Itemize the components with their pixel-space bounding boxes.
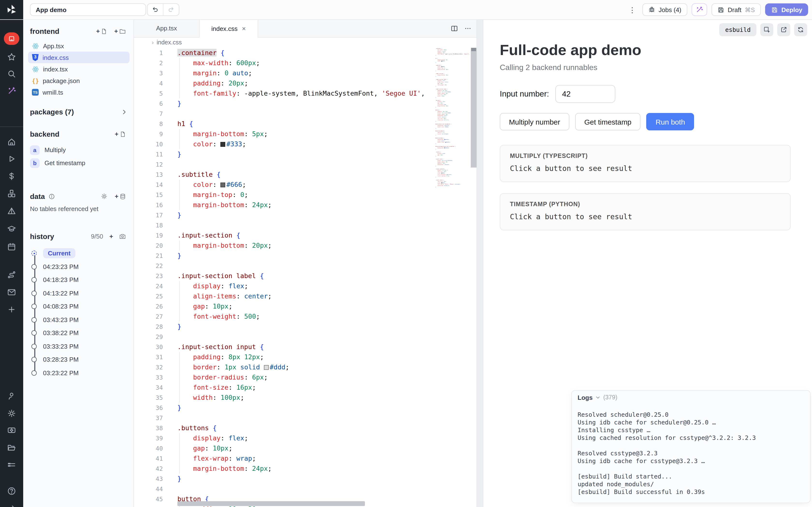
- file-item-index-css[interactable]: 3index.css: [28, 52, 130, 63]
- list-icon: [7, 460, 16, 469]
- variables-rail-item[interactable]: [7, 172, 16, 181]
- search-rail-item[interactable]: [7, 69, 16, 78]
- horizontal-scrollbar-thumb[interactable]: [177, 501, 365, 506]
- file-item-wmill-ts[interactable]: TSwmill.ts: [28, 87, 130, 98]
- more-menu-icon[interactable]: ⋮: [627, 6, 638, 13]
- dollar-icon: [7, 172, 16, 181]
- new-file-button[interactable]: +: [95, 26, 109, 36]
- tab-index-css[interactable]: index.css ×: [200, 19, 258, 38]
- result-card-value: Click a button to see result: [510, 164, 780, 173]
- editor-breadcrumb[interactable]: › index.css: [134, 37, 476, 48]
- collapse-rail-item[interactable]: [7, 503, 16, 507]
- runs-rail-item[interactable]: [7, 154, 16, 163]
- draft-button[interactable]: Draft ⌘S: [711, 3, 761, 16]
- add-table-button[interactable]: +: [113, 192, 128, 201]
- folders-rail-item[interactable]: [7, 443, 16, 452]
- inspect-button[interactable]: [760, 23, 773, 36]
- routes-rail-item[interactable]: [7, 270, 16, 279]
- pane-resize-divider[interactable]: [476, 19, 483, 507]
- home-icon: [7, 137, 16, 147]
- data-settings-button[interactable]: [99, 192, 109, 201]
- history-entry[interactable]: 03:28:23 PM: [30, 353, 128, 366]
- vertical-scrollbar-thumb[interactable]: [471, 48, 476, 168]
- runnable-get-timestamp[interactable]: bGet timestamp: [30, 157, 128, 169]
- history-entry[interactable]: 03:33:23 PM: [30, 340, 128, 353]
- home-rail-item[interactable]: [7, 137, 16, 147]
- file-name: wmill.ts: [43, 89, 63, 96]
- top-bar: ⋮ Jobs (4) Draft ⌘S: [0, 0, 812, 20]
- number-input[interactable]: [555, 85, 615, 103]
- split-editor-icon[interactable]: [451, 24, 458, 32]
- runnable-badge: a: [30, 145, 40, 155]
- apps-rail-item[interactable]: [4, 32, 19, 45]
- chevron-down-icon: [595, 394, 601, 400]
- calendar-icon: [7, 242, 16, 251]
- history-add-button[interactable]: +: [108, 232, 114, 241]
- gear-icon: [101, 193, 108, 200]
- multiply-number-button[interactable]: Multiply number: [500, 113, 569, 130]
- preview-subtitle: Calling 2 backend runnables: [500, 63, 791, 72]
- new-folder-button[interactable]: +: [113, 26, 128, 36]
- file-item-App-tsx[interactable]: App.tsx: [28, 40, 130, 52]
- frontend-section-header: frontend + +: [30, 26, 128, 36]
- close-tab-icon[interactable]: ×: [242, 25, 246, 32]
- history-current[interactable]: Current: [30, 247, 128, 260]
- file-item-package-json[interactable]: {}package.json: [28, 75, 130, 87]
- redo-button[interactable]: [163, 4, 179, 15]
- mail-rail-item[interactable]: [7, 288, 16, 297]
- workers-rail-item[interactable]: [7, 426, 16, 435]
- history-entry[interactable]: 03:43:23 PM: [30, 313, 128, 326]
- jobs-button[interactable]: Jobs (4): [642, 3, 687, 16]
- result-card-title: MULTIPLY (TYPESCRIPT): [510, 153, 780, 159]
- gear-icon: [7, 409, 16, 418]
- logs-rail-item[interactable]: [7, 460, 16, 469]
- file-item-index-tsx[interactable]: index.tsx: [28, 63, 130, 75]
- preview-toolbar: esbuild: [719, 23, 807, 36]
- user-rail-item[interactable]: [7, 391, 16, 400]
- history-entry[interactable]: 03:38:22 PM: [30, 326, 128, 340]
- help-rail-item[interactable]: [7, 487, 16, 496]
- history-entry[interactable]: 03:23:22 PM: [30, 366, 128, 380]
- refresh-button[interactable]: [794, 23, 807, 36]
- arrow-right-icon: [7, 503, 16, 507]
- editor-tabbar-actions: [451, 19, 472, 37]
- history-entry[interactable]: 04:18:23 PM: [30, 273, 128, 287]
- resources-rail-item[interactable]: [7, 189, 16, 198]
- settings-rail-item[interactable]: [7, 409, 16, 418]
- logs-content[interactable]: Using cached resolution for scheduler@^0…: [572, 399, 810, 501]
- learn-rail-item[interactable]: [7, 224, 16, 233]
- tab-app-tsx[interactable]: App.tsx: [134, 19, 200, 37]
- history-entry[interactable]: 04:13:22 PM: [30, 287, 128, 300]
- deploy-button[interactable]: Deploy: [765, 3, 808, 16]
- refresh-icon: [797, 26, 804, 33]
- logs-header[interactable]: Logs (379): [572, 391, 810, 403]
- ai-rail-item[interactable]: [7, 86, 16, 95]
- run-both-button[interactable]: Run both: [647, 113, 694, 130]
- file-name: App.tsx: [43, 42, 64, 50]
- log-line: updated node_modules/: [577, 481, 804, 488]
- packages-row[interactable]: packages (7): [30, 108, 128, 116]
- favorites-rail-item[interactable]: [7, 52, 16, 62]
- get-timestamp-button[interactable]: Get timestamp: [575, 113, 641, 130]
- runnable-multiply[interactable]: aMultiply: [30, 144, 128, 157]
- minimap[interactable]: .container { max-width: 600px; margin: 0…: [436, 48, 471, 507]
- backend-new-file-button[interactable]: +: [113, 129, 128, 138]
- code-area[interactable]: 1234567891011121314151617181920212223242…: [134, 48, 476, 507]
- windmill-logo[interactable]: [0, 0, 23, 19]
- triggers-rail-item[interactable]: [7, 207, 16, 216]
- open-external-button[interactable]: [777, 23, 790, 36]
- app-title-input[interactable]: [30, 3, 146, 16]
- ai-wand-button[interactable]: [692, 3, 707, 16]
- add-trigger-rail-item[interactable]: [7, 305, 16, 314]
- history-entry[interactable]: 04:08:23 PM: [30, 300, 128, 313]
- save-draft-icon: [717, 6, 724, 13]
- schedules-rail-item[interactable]: [7, 242, 16, 251]
- database-icon: [119, 193, 126, 200]
- undo-button[interactable]: [147, 4, 163, 15]
- history-entry[interactable]: 04:23:23 PM: [30, 260, 128, 273]
- magic-wand-icon: [7, 86, 16, 95]
- log-line: [577, 403, 804, 411]
- app-preview-panel: esbuild Full-code app demo Calling 2 bac…: [483, 19, 812, 507]
- snapshot-button[interactable]: [117, 232, 128, 241]
- editor-more-icon[interactable]: [464, 24, 472, 32]
